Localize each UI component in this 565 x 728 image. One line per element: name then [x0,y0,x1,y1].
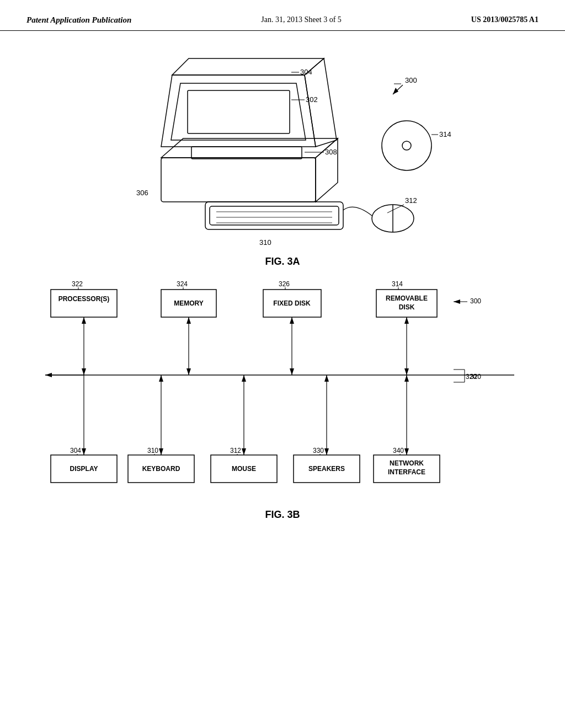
header-center-label: Jan. 31, 2013 Sheet 3 of 5 [261,15,341,24]
svg-marker-53 [82,448,86,455]
svg-line-24 [387,205,404,213]
svg-text:INTERFACE: INTERFACE [388,468,425,476]
svg-rect-1 [191,147,302,159]
svg-text:REMOVABLE: REMOVABLE [386,295,428,302]
svg-point-11 [402,141,411,150]
svg-marker-48 [290,368,294,375]
figure-3b-container: PROCESSOR(S) MEMORY FIXED DISK REMOVABLE… [22,273,543,521]
svg-marker-51 [404,368,409,375]
svg-text:330: 330 [313,447,324,454]
svg-text:314: 314 [392,280,403,288]
svg-text:KEYBOARD: KEYBOARD [142,465,180,473]
svg-marker-42 [45,373,52,377]
fig3a-label: FIG. 3A [265,256,300,267]
svg-marker-55 [159,375,163,382]
svg-marker-64 [404,375,409,382]
svg-marker-47 [290,317,294,324]
svg-marker-44 [186,317,191,324]
svg-rect-28 [51,290,117,317]
svg-marker-50 [404,317,409,324]
svg-marker-87 [454,299,460,304]
page-header: Patent Application Publication Jan. 31, … [0,0,565,31]
header-right-label: US 2013/0025785 A1 [471,15,539,24]
svg-text:DISK: DISK [399,303,415,311]
svg-marker-56 [159,448,163,455]
svg-text:312: 312 [405,196,417,205]
svg-marker-62 [324,448,329,455]
svg-text:300: 300 [470,297,481,305]
svg-text:FIXED DISK: FIXED DISK [273,299,311,307]
svg-text:326: 326 [279,280,290,288]
fig3b-drawing: PROCESSOR(S) MEMORY FIXED DISK REMOVABLE… [34,273,531,505]
main-content: 300 304 302 308 306 310 [0,36,565,526]
svg-text:304: 304 [70,447,81,454]
svg-marker-40 [82,368,86,375]
svg-text:SPEAKERS: SPEAKERS [308,465,345,473]
svg-text:300: 300 [405,76,417,84]
svg-text:MOUSE: MOUSE [232,465,256,473]
svg-text:PROCESSOR(S): PROCESSOR(S) [58,295,110,303]
svg-marker-65 [404,448,409,455]
svg-text:320: 320 [466,373,477,381]
svg-text:NETWORK: NETWORK [390,459,424,467]
svg-text:310: 310 [259,238,271,247]
svg-text:304: 304 [300,68,312,76]
svg-text:324: 324 [177,280,188,288]
svg-text:306: 306 [136,189,148,197]
figure-3a-container: 300 304 302 308 306 310 [22,42,543,267]
svg-marker-59 [242,448,246,455]
svg-text:310: 310 [147,447,158,454]
svg-text:308: 308 [325,148,337,156]
svg-rect-4 [210,206,339,225]
svg-text:340: 340 [393,447,404,454]
svg-text:312: 312 [230,447,241,454]
header-left-label: Patent Application Publication [26,15,131,25]
svg-marker-13 [393,88,398,94]
svg-rect-2 [188,90,290,133]
svg-text:322: 322 [72,280,83,288]
svg-marker-58 [242,375,246,382]
svg-rect-0 [161,158,316,202]
svg-marker-39 [82,317,86,324]
svg-text:DISPLAY: DISPLAY [70,465,98,473]
svg-marker-45 [186,368,191,375]
svg-point-10 [382,121,431,170]
svg-text:314: 314 [439,130,451,138]
fig3a-drawing: 300 304 302 308 306 310 [95,42,470,251]
fig3b-label: FIG. 3B [265,509,300,521]
svg-text:MEMORY: MEMORY [174,299,204,307]
svg-text:302: 302 [306,95,318,104]
svg-marker-61 [324,375,329,382]
